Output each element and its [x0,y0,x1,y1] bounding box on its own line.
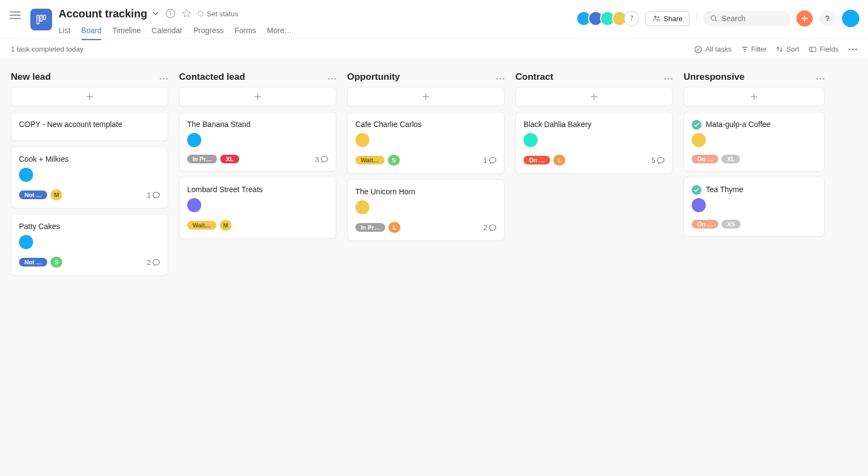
comment-count: 2 [147,258,160,266]
column-unresponsive: Unresponsive Mata-gulp-a CoffeeOn …XLTea… [684,72,825,281]
task-card[interactable]: COPY - New account template [11,112,168,141]
svg-point-17 [328,78,330,80]
share-button[interactable]: Share [646,11,690,26]
column-title: Contacted lead [179,72,328,82]
svg-point-19 [335,78,336,80]
tab-forms[interactable]: Forms [234,24,256,40]
project-members[interactable]: 7 [579,11,639,26]
assignee-avatar [692,133,706,147]
column-more-button[interactable] [496,72,505,82]
tab-board[interactable]: Board [81,24,101,40]
assignee-avatar [692,198,706,212]
column-more-button[interactable] [328,72,336,82]
column-more-button[interactable] [816,72,825,82]
all-tasks-button[interactable]: All tasks [694,45,731,53]
status-tag: On … [692,155,718,163]
tab-timeline[interactable]: Timeline [112,24,141,40]
people-icon [653,15,660,22]
svg-point-25 [671,78,673,80]
more-button[interactable] [848,48,857,50]
task-card[interactable]: The Banana StandIn Pr…XL3 [179,112,336,172]
completion-status: 1 task completed today [11,45,84,53]
task-card[interactable]: Cook + MilkiesNot …M1 [11,147,168,208]
user-avatar[interactable] [842,10,859,27]
add-card-button[interactable] [515,87,673,106]
svg-rect-1 [40,15,42,21]
comment-count: 1 [483,156,496,164]
svg-point-20 [496,78,498,80]
task-card[interactable]: Patty CakesNot …S2 [11,214,168,276]
task-card[interactable]: Lombard Street TreatsWait…M [179,177,336,239]
sort-button[interactable]: Sort [776,45,799,53]
project-title: Account tracking [59,8,147,20]
sidebar-toggle-button[interactable] [0,0,30,30]
chevron-down-icon[interactable] [152,11,159,16]
status-tag: Not … [19,191,47,199]
add-card-button[interactable] [179,87,336,106]
comment-count: 3 [315,155,328,163]
add-card-button[interactable] [11,87,168,106]
check-circle-icon [694,46,702,53]
status-tag: In Pr… [187,155,217,163]
svg-point-23 [665,78,666,80]
search-input[interactable] [722,14,782,23]
plus-icon [801,15,808,22]
set-status-button[interactable]: Set status [198,10,238,18]
svg-point-11 [849,48,851,50]
assignee-avatar [524,133,538,147]
column-title: Unresponsive [684,72,816,82]
tab-more[interactable]: More… [267,24,292,40]
size-tag: L [388,222,400,233]
task-card[interactable]: Cafe Charlie CarlosWait…S1 [347,112,505,174]
svg-point-4 [170,11,171,12]
fields-button[interactable]: Fields [809,45,839,53]
task-card[interactable]: Tea ThymeOn …XS [684,177,825,237]
svg-point-12 [852,48,854,50]
add-card-button[interactable] [684,87,825,106]
svg-point-26 [816,78,818,80]
svg-point-27 [820,78,821,80]
column-contacted-lead: Contacted lead The Banana StandIn Pr…XL3… [179,72,336,281]
svg-point-15 [163,78,165,80]
help-button[interactable]: ? [819,10,835,27]
svg-point-28 [823,78,825,80]
task-title: COPY - New account template [19,120,122,129]
global-add-button[interactable] [796,10,813,27]
column-more-button[interactable] [159,72,168,82]
member-overflow-count[interactable]: 7 [624,11,639,26]
assignee-avatar [187,198,201,212]
task-title: The Banana Stand [187,120,251,129]
status-tag: On … [692,220,718,229]
search-icon [711,15,717,22]
status-tag: XL [220,155,239,163]
tab-progress[interactable]: Progress [193,24,224,40]
add-card-button[interactable] [347,87,505,106]
task-card[interactable]: The Unicorn HornIn Pr…L2 [347,179,505,241]
view-tabs: ListBoardTimelineCalendarProgressFormsMo… [59,24,292,40]
column-new-lead: New lead COPY - New account templateCook… [11,72,168,281]
tab-list[interactable]: List [59,24,71,40]
task-card[interactable]: Mata-gulp-a CoffeeOn …XL [684,112,825,172]
column-title: Contract [515,72,664,82]
assignee-avatar [19,168,33,182]
comment-count: 2 [483,224,496,232]
assignee-avatar [355,200,369,214]
status-tag: Not … [19,258,47,266]
info-icon[interactable] [165,9,175,18]
svg-rect-10 [809,47,816,52]
tab-calendar[interactable]: Calendar [152,24,183,40]
status-tag: Wait… [355,156,385,164]
filter-icon [742,46,748,53]
search-box[interactable] [703,11,790,26]
filter-button[interactable]: Filter [742,45,767,53]
fields-icon [809,47,816,52]
task-card[interactable]: Black Dahlia BakeryOn …L5 [515,112,673,174]
svg-point-7 [658,16,659,18]
column-more-button[interactable] [664,72,673,82]
task-title: Black Dahlia Bakery [524,120,591,129]
size-tag: S [388,155,400,166]
status-tag: XL [722,155,740,163]
status-dot-icon [198,11,203,16]
svg-point-9 [695,46,701,53]
star-icon[interactable] [182,9,192,18]
